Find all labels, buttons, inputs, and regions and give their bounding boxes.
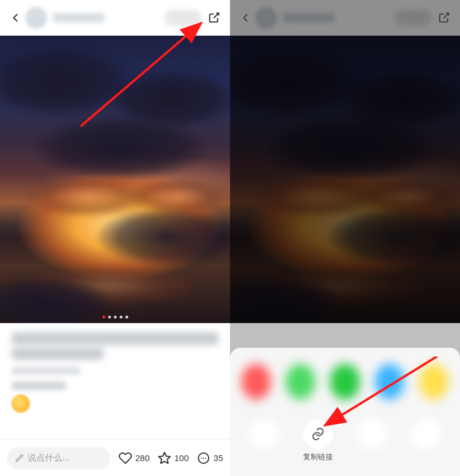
chevron-left-icon bbox=[10, 12, 21, 24]
top-bar bbox=[0, 0, 230, 36]
svg-point-3 bbox=[203, 458, 204, 459]
star-icon bbox=[158, 451, 171, 465]
comment-icon bbox=[197, 451, 210, 465]
share-action[interactable] bbox=[400, 419, 452, 462]
star-count: 100 bbox=[174, 453, 189, 463]
external-link-icon bbox=[208, 11, 220, 24]
post-title-line bbox=[12, 332, 218, 345]
share-sheet: 复制链接 bbox=[230, 348, 460, 476]
pager-dot bbox=[102, 316, 105, 318]
pen-icon bbox=[15, 454, 24, 463]
post-meta bbox=[12, 367, 80, 375]
compose-input[interactable]: 说点什么... bbox=[7, 447, 110, 469]
share-button[interactable] bbox=[207, 11, 221, 25]
share-target[interactable] bbox=[330, 364, 359, 400]
share-target[interactable] bbox=[419, 364, 448, 400]
author-avatar[interactable] bbox=[25, 7, 47, 29]
pager-dot bbox=[108, 316, 111, 318]
compose-placeholder: 说点什么... bbox=[28, 452, 70, 463]
copy-link-label: 复制链接 bbox=[303, 452, 333, 462]
image-pager-dots bbox=[0, 316, 230, 318]
copy-link-button[interactable]: 复制链接 bbox=[292, 419, 344, 462]
author-name[interactable] bbox=[53, 13, 105, 22]
share-targets-row bbox=[237, 358, 453, 413]
svg-marker-0 bbox=[159, 452, 170, 463]
share-target[interactable] bbox=[241, 364, 271, 400]
comment-button[interactable]: 35 bbox=[197, 451, 223, 465]
share-action[interactable] bbox=[346, 419, 398, 462]
like-count: 280 bbox=[135, 453, 150, 463]
post-title-line bbox=[12, 347, 103, 360]
commenter-avatar[interactable] bbox=[12, 394, 30, 413]
pager-dot bbox=[114, 316, 117, 318]
share-action[interactable] bbox=[238, 419, 290, 462]
link-icon bbox=[310, 427, 325, 442]
post-image[interactable] bbox=[0, 36, 230, 323]
follow-button[interactable] bbox=[164, 10, 201, 26]
like-button[interactable]: 280 bbox=[118, 451, 150, 465]
back-button[interactable] bbox=[9, 11, 22, 24]
svg-point-2 bbox=[201, 458, 202, 459]
share-target[interactable] bbox=[286, 364, 315, 400]
screenshot-left: 说点什么... 280 100 35 bbox=[0, 0, 230, 476]
share-target[interactable] bbox=[375, 364, 404, 400]
heart-icon bbox=[118, 451, 132, 465]
svg-point-4 bbox=[205, 458, 206, 459]
comments-header bbox=[12, 382, 67, 390]
pager-dot bbox=[120, 316, 122, 318]
share-actions-row: 复制链接 bbox=[237, 413, 453, 462]
bottom-bar: 说点什么... 280 100 35 bbox=[0, 439, 230, 476]
comment-count: 35 bbox=[213, 453, 223, 463]
screenshot-right: 复制链接 bbox=[230, 0, 460, 476]
collect-button[interactable]: 100 bbox=[158, 451, 189, 465]
pager-dot bbox=[125, 316, 128, 318]
